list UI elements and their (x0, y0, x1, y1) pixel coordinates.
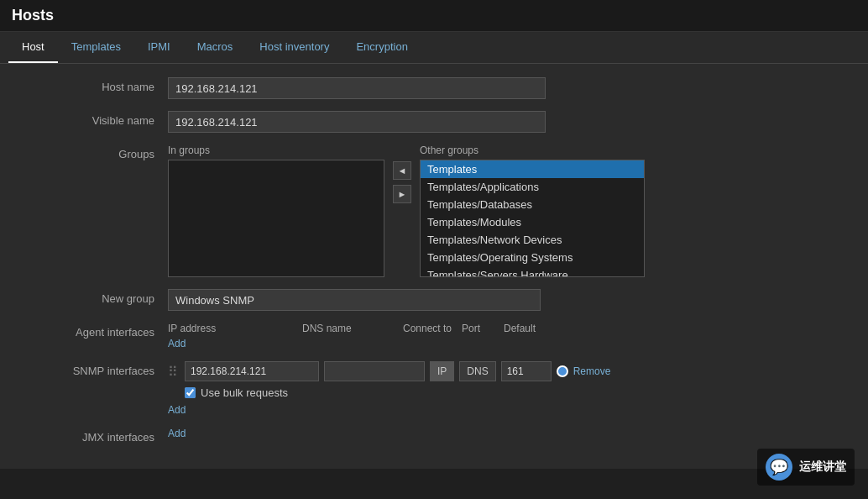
other-group-item-templates-servers-hardware[interactable]: Templates/Servers Hardware (421, 266, 644, 276)
watermark: 💬 运维讲堂 (757, 449, 855, 486)
visible-name-row: Visible name (0, 111, 868, 133)
title-bar: Hosts (0, 0, 868, 32)
snmp-dns-button[interactable]: DNS (459, 361, 495, 381)
jmx-interfaces-label: JMX interfaces (17, 428, 168, 444)
watermark-text: 运维讲堂 (799, 460, 846, 475)
agent-interfaces-label: Agent interfaces (17, 323, 168, 339)
other-group-item-templates-network-devices[interactable]: Templates/Network Devices (421, 231, 644, 249)
col-default-label: Default (504, 323, 554, 334)
snmp-interfaces-row: SNMP interfaces ⠿ IP DNS Remove Use bulk… (0, 361, 868, 416)
other-group-item-templates-modules[interactable]: Templates/Modules (421, 213, 644, 231)
bulk-requests-checkbox[interactable] (185, 387, 196, 398)
host-name-input[interactable] (168, 77, 546, 99)
page-title: Hosts (12, 7, 856, 24)
groups-row: Groups In groups ◄ ► Other groups (0, 144, 868, 277)
col-ip-label: IP address (168, 323, 302, 334)
agent-interfaces-control: IP address DNS name Connect to Port Defa… (168, 323, 851, 349)
visible-name-label: Visible name (17, 111, 168, 127)
jmx-add-link[interactable]: Add (168, 428, 851, 439)
visible-name-input[interactable] (168, 111, 546, 133)
other-group-item-templates[interactable]: Templates (421, 160, 644, 178)
new-group-control (168, 289, 851, 311)
new-group-input[interactable] (168, 289, 541, 311)
snmp-ip-input[interactable] (185, 361, 319, 381)
host-name-control (168, 77, 851, 99)
agent-add-link[interactable]: Add (168, 338, 851, 349)
other-groups-listbox[interactable]: TemplatesTemplates/ApplicationsTemplates… (420, 160, 645, 277)
groups-label: Groups (17, 144, 168, 160)
col-connect-label: Connect to (403, 323, 462, 334)
snmp-dns-input[interactable] (324, 361, 425, 381)
snmp-interfaces-label: SNMP interfaces (17, 361, 168, 377)
other-groups-list[interactable]: TemplatesTemplates/ApplicationsTemplates… (421, 160, 644, 276)
tab-bar: Host Templates IPMI Macros Host inventor… (0, 32, 868, 64)
transfer-left-button[interactable]: ◄ (393, 161, 411, 180)
groups-container: In groups ◄ ► Other groups TemplatesTemp… (168, 144, 851, 277)
in-groups-list[interactable] (169, 160, 384, 276)
tab-templates[interactable]: Templates (58, 32, 134, 63)
col-port-label: Port (462, 323, 504, 334)
col-dns-label: DNS name (302, 323, 403, 334)
tab-host[interactable]: Host (8, 32, 58, 63)
bulk-requests-row: Use bulk requests (185, 386, 851, 399)
snmp-remove-link[interactable]: Remove (573, 365, 611, 377)
tab-encryption[interactable]: Encryption (342, 32, 421, 63)
bulk-requests-label: Use bulk requests (201, 386, 288, 399)
watermark-icon: 💬 (766, 454, 792, 481)
agent-interfaces-row: Agent interfaces IP address DNS name Con… (0, 323, 868, 349)
snmp-interfaces-control: ⠿ IP DNS Remove Use bulk requests Add (168, 361, 851, 416)
new-group-label: New group (17, 289, 168, 305)
in-groups-box: In groups (168, 144, 384, 277)
in-groups-listbox[interactable] (168, 160, 384, 277)
snmp-port-input[interactable] (501, 361, 552, 381)
other-groups-label: Other groups (420, 144, 645, 156)
transfer-buttons: ◄ ► (393, 144, 411, 203)
other-group-item-templates-databases[interactable]: Templates/Databases (421, 196, 644, 213)
tab-macros[interactable]: Macros (184, 32, 247, 63)
drag-handle-icon[interactable]: ⠿ (168, 364, 178, 380)
snmp-default-radio[interactable] (557, 365, 568, 377)
agent-interfaces-header: IP address DNS name Connect to Port Defa… (168, 323, 851, 334)
other-groups-box: Other groups TemplatesTemplates/Applicat… (420, 144, 645, 277)
other-group-item-templates-operating-systems[interactable]: Templates/Operating Systems (421, 249, 644, 266)
host-name-label: Host name (17, 77, 168, 93)
transfer-right-button[interactable]: ► (393, 185, 411, 203)
groups-control: In groups ◄ ► Other groups TemplatesTemp… (168, 144, 851, 277)
jmx-interfaces-row: JMX interfaces Add (0, 428, 868, 444)
host-name-row: Host name (0, 77, 868, 99)
snmp-add-link[interactable]: Add (168, 404, 851, 416)
snmp-ip-button[interactable]: IP (430, 361, 454, 381)
in-groups-label: In groups (168, 144, 384, 156)
tab-host-inventory[interactable]: Host inventory (246, 32, 342, 63)
jmx-interfaces-control: Add (168, 428, 851, 439)
tab-ipmi[interactable]: IPMI (134, 32, 184, 63)
main-content: Host name Visible name Groups In groups (0, 64, 868, 469)
visible-name-control (168, 111, 851, 133)
new-group-row: New group (0, 289, 868, 311)
other-group-item-templates-applications[interactable]: Templates/Applications (421, 178, 644, 196)
snmp-interface-row: ⠿ IP DNS Remove (168, 361, 851, 381)
